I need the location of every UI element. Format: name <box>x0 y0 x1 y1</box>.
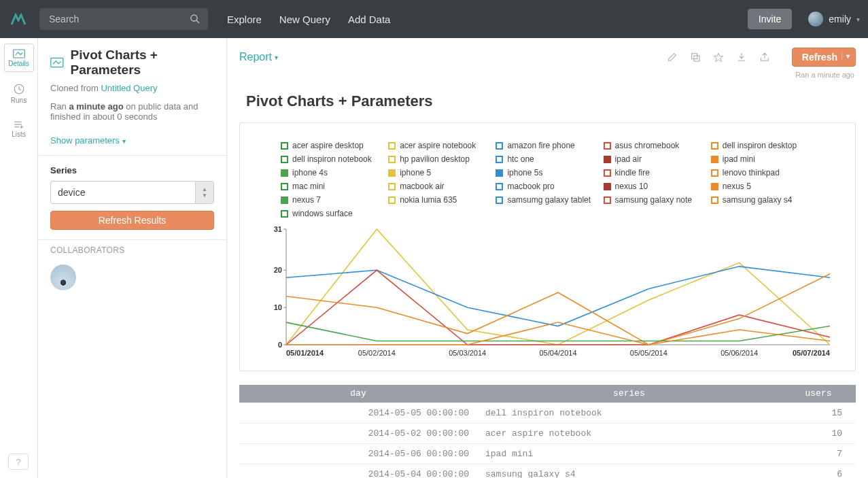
side-panel: Pivot Charts + Parameters Cloned from Un… <box>38 38 227 478</box>
legend-label: ipad mini <box>723 154 755 164</box>
cell-users: 7 <box>781 443 856 464</box>
svg-text:05/01/2014: 05/01/2014 <box>286 349 324 357</box>
table-row[interactable]: 2014-05-04 00:00:00samsung galaxy s46 <box>239 464 856 478</box>
leftnav-runs[interactable]: Runs <box>4 79 34 107</box>
legend-label: samsumg galaxy tablet <box>507 195 591 205</box>
download-icon[interactable] <box>736 52 747 63</box>
legend-label: kindle fire <box>615 168 650 177</box>
legend-label: nokia lumia 635 <box>400 195 457 205</box>
legend-item[interactable]: lenovo thinkpad <box>711 168 814 177</box>
nav-add-data[interactable]: Add Data <box>348 14 391 25</box>
series-select[interactable]: ▲▼ <box>50 181 214 204</box>
legend-label: nexus 5 <box>723 182 751 191</box>
legend-swatch <box>496 197 503 204</box>
chevron-down-icon: ▼ <box>202 192 207 199</box>
legend-item[interactable]: macbook air <box>388 182 491 191</box>
legend-label: acer aspire notebook <box>400 141 476 150</box>
legend-item[interactable]: samsung galaxy s4 <box>711 195 814 205</box>
legend-item[interactable]: amazon fire phone <box>496 141 599 150</box>
content-scroll[interactable]: Pivot Charts + Parameters acer aspire de… <box>227 69 868 478</box>
svg-rect-10 <box>692 54 697 59</box>
leftnav-label: Runs <box>11 97 27 104</box>
legend-label: amazon fire phone <box>507 141 574 150</box>
select-stepper[interactable]: ▲▼ <box>195 181 214 204</box>
cell-users: 6 <box>781 464 856 478</box>
legend-label: ipad air <box>615 154 642 164</box>
legend-item[interactable]: hp pavilion desktop <box>388 154 491 164</box>
col-day[interactable]: day <box>239 385 477 403</box>
nav-explore[interactable]: Explore <box>227 14 262 25</box>
share-icon[interactable] <box>759 52 770 63</box>
legend-item[interactable]: windows surface <box>281 209 384 218</box>
legend-item[interactable]: nokia lumia 635 <box>388 195 491 205</box>
app-logo[interactable] <box>8 9 29 29</box>
nav-new-query[interactable]: New Query <box>279 14 330 25</box>
legend-swatch <box>388 197 396 204</box>
legend-item[interactable]: nexus 5 <box>711 182 814 191</box>
chart-legend: acer aspire desktopacer aspire notebooka… <box>249 141 846 225</box>
star-icon[interactable] <box>713 52 724 63</box>
leftnav-details[interactable]: Details <box>4 44 34 72</box>
refresh-button[interactable]: Refresh <box>792 48 856 67</box>
series-label: Series <box>50 165 214 175</box>
cell-users: 10 <box>781 423 856 443</box>
cell-series: dell inspiron notebook <box>477 403 781 423</box>
legend-item[interactable]: iphone 5s <box>496 168 599 177</box>
table-row[interactable]: 2014-05-02 00:00:00acer aspire notebook1… <box>239 423 856 443</box>
legend-item[interactable]: iphone 4s <box>281 168 384 177</box>
help-button[interactable]: ? <box>8 454 29 470</box>
legend-label: nexus 10 <box>615 182 648 191</box>
table-row[interactable]: 2014-05-05 00:00:00dell inspiron noteboo… <box>239 403 856 423</box>
table-row[interactable]: 2014-05-06 00:00:00ipad mini7 <box>239 443 856 464</box>
report-dropdown[interactable]: Report ▾ <box>239 51 278 63</box>
cloned-from-link[interactable]: Untitled Query <box>101 83 157 93</box>
legend-item[interactable]: ipad air <box>604 154 707 164</box>
edit-icon[interactable] <box>667 52 678 63</box>
refresh-results-button[interactable]: Refresh Results <box>50 211 214 230</box>
legend-label: dell inspiron notebook <box>292 154 372 164</box>
legend-label: lenovo thinkpad <box>723 168 780 177</box>
search-input[interactable] <box>39 8 208 30</box>
panel-meta: Cloned from Untitled Query Ran a minute … <box>38 83 226 134</box>
svg-line-1 <box>196 20 199 23</box>
legend-item[interactable]: macbook pro <box>496 182 599 191</box>
show-parameters[interactable]: Show parameters▾ <box>38 134 226 155</box>
legend-item[interactable]: kindle fire <box>604 168 707 177</box>
legend-swatch <box>281 210 288 218</box>
logo-icon <box>10 11 27 27</box>
cell-series: samsung galaxy s4 <box>477 464 781 478</box>
show-params-label: Show parameters <box>50 135 120 146</box>
legend-item[interactable]: dell inspiron notebook <box>281 154 384 164</box>
invite-button[interactable]: Invite <box>748 9 792 29</box>
col-users[interactable]: users <box>781 385 856 403</box>
legend-item[interactable]: nexus 10 <box>604 182 707 191</box>
legend-item[interactable]: htc one <box>496 154 599 164</box>
legend-item[interactable]: asus chromebook <box>604 141 707 150</box>
legend-label: asus chromebook <box>615 141 680 150</box>
legend-item[interactable]: nexus 7 <box>281 195 384 205</box>
legend-swatch <box>388 142 396 150</box>
legend-label: samsung galaxy s4 <box>723 195 793 205</box>
legend-item[interactable]: mac mini <box>281 182 384 191</box>
legend-item[interactable]: iphone 5 <box>388 168 491 177</box>
legend-item[interactable]: ipad mini <box>711 154 814 164</box>
legend-item[interactable]: acer aspire notebook <box>388 141 491 150</box>
cell-series: ipad mini <box>477 443 781 464</box>
user-menu[interactable]: emily ▾ <box>808 12 860 27</box>
legend-item[interactable]: dell inspiron desktop <box>711 141 814 150</box>
legend-swatch <box>281 156 288 163</box>
user-avatar <box>808 12 823 27</box>
svg-text:05/05/2014: 05/05/2014 <box>629 349 667 357</box>
series-value[interactable] <box>50 181 195 204</box>
legend-item[interactable]: samsumg galaxy tablet <box>496 195 599 205</box>
legend-item[interactable]: samsung galaxy note <box>604 195 707 205</box>
col-series[interactable]: series <box>477 385 781 403</box>
svg-text:05/07/2014: 05/07/2014 <box>792 349 830 357</box>
leftnav-lists[interactable]: Lists <box>4 114 34 143</box>
report-label: Report <box>239 51 272 63</box>
collaborator-avatar[interactable] <box>50 264 76 290</box>
legend-swatch <box>711 183 718 190</box>
legend-item[interactable]: acer aspire desktop <box>281 141 384 150</box>
duplicate-icon[interactable] <box>690 52 701 63</box>
leftnav-label: Details <box>8 60 29 67</box>
